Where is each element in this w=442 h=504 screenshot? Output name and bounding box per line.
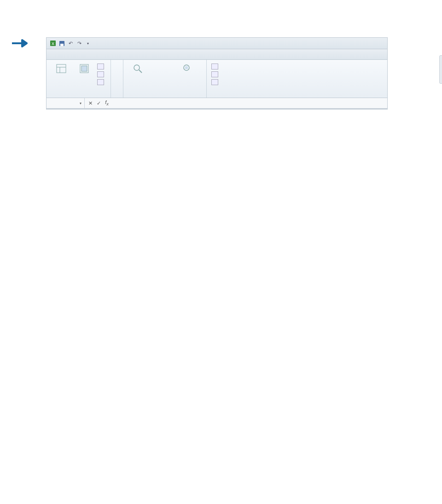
side-thumb-tab [439,55,442,84]
page-layout-icon [79,64,90,74]
svg-point-9 [134,65,140,70]
freeze-panes-icon [211,79,218,85]
zoom-100-button[interactable] [151,63,171,77]
worksheet-grid[interactable] [47,109,387,109]
hundred-percent-icon [156,64,167,76]
custom-views-item[interactable] [97,71,106,77]
formula-bar: ▾ ✕ ✓ fx [47,98,387,109]
ribbon-tabs [47,49,387,60]
full-screen-item[interactable] [97,79,106,85]
save-icon[interactable] [58,40,65,47]
cancel-edit-icon[interactable]: ✕ [87,99,94,107]
running-header [32,14,424,23]
custom-views-icon [97,71,104,77]
redo-icon[interactable]: ↷ [76,40,83,47]
page-break-icon [97,64,104,70]
new-window-item[interactable] [211,64,220,70]
ribbon-group-show [111,60,123,98]
qat-dropdown-icon[interactable]: ▾ [84,40,92,47]
view-small-items [97,63,106,85]
svg-text:X: X [52,41,54,46]
svg-rect-4 [57,64,66,73]
ribbon-group-zoom [123,60,207,98]
zoom-selection-button[interactable] [174,63,202,75]
quick-access-toolbar: X ↶ ↷ ▾ [47,38,387,49]
arrow-right-icon [11,38,28,48]
magnifier-icon [133,64,144,74]
page-break-preview-item[interactable] [97,64,106,70]
normal-view-icon [56,64,67,74]
excel-icon: X [49,40,57,47]
name-box[interactable]: ▾ [47,98,85,108]
freeze-panes-item[interactable] [211,79,220,85]
svg-rect-3 [60,44,64,46]
arrange-all-item[interactable] [211,71,220,77]
page-layout-button[interactable] [74,63,94,75]
ribbon-group-views [47,60,111,98]
fx-icon[interactable]: fx [103,99,110,107]
undo-icon[interactable]: ↶ [67,40,74,47]
zoom-selection-icon [182,64,193,74]
name-box-dropdown-icon: ▾ [80,101,81,105]
arrange-all-icon [211,71,218,77]
normal-view-button[interactable] [51,63,71,75]
excel-screenshot: X ↶ ↷ ▾ [46,37,388,110]
svg-rect-12 [185,66,188,69]
new-window-icon [211,64,218,70]
zoom-button[interactable] [128,63,148,75]
ribbon-group-window [207,60,225,98]
full-screen-icon [97,79,104,85]
svg-line-10 [139,70,142,73]
ribbon-body [47,60,387,98]
svg-rect-8 [81,66,87,71]
accept-edit-icon[interactable]: ✓ [95,99,102,107]
